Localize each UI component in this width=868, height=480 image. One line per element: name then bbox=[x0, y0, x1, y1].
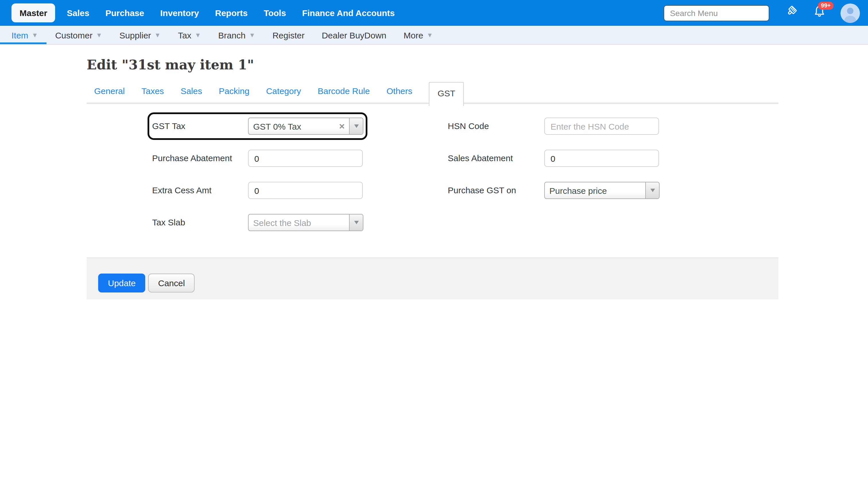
subnav-item-label: Register bbox=[272, 30, 305, 40]
topnav-item-sales[interactable]: Sales bbox=[59, 0, 97, 26]
purchase-gst-on-label: Purchase GST on bbox=[448, 182, 516, 199]
tab-sales[interactable]: Sales bbox=[181, 81, 202, 103]
purchase-gst-on-selected-value: Purchase price bbox=[545, 185, 645, 195]
purchase-gst-on-dropdown-arrow[interactable] bbox=[645, 182, 659, 198]
chevron-down-icon bbox=[354, 125, 359, 128]
gst-tax-dropdown-arrow[interactable] bbox=[349, 118, 363, 134]
sales-abatement-input[interactable] bbox=[544, 150, 659, 167]
subnav-item-label: Item bbox=[11, 30, 28, 40]
tax-slab-select[interactable]: Select the Slab bbox=[248, 214, 363, 231]
hsn-code-label: HSN Code bbox=[448, 117, 489, 135]
chevron-down-icon: ▼ bbox=[427, 32, 433, 38]
subnav-item-label: Customer bbox=[55, 30, 92, 40]
tab-gst-active[interactable]: GST bbox=[429, 82, 464, 106]
form-action-bar: Update Cancel bbox=[87, 258, 778, 299]
subnav-item-more[interactable]: More ▼ bbox=[395, 26, 441, 44]
chevron-down-icon: ▼ bbox=[249, 32, 255, 38]
page-title: Edit "31st may item 1" bbox=[87, 57, 778, 72]
topnav-item-purchase[interactable]: Purchase bbox=[97, 0, 152, 26]
tax-slab-dropdown-arrow[interactable] bbox=[349, 214, 363, 231]
topnav-item-tools[interactable]: Tools bbox=[256, 0, 294, 26]
clear-selection-icon[interactable]: ✕ bbox=[335, 122, 349, 131]
main-content: Edit "31st may item 1" General Taxes Sal… bbox=[87, 57, 778, 299]
tab-taxes[interactable]: Taxes bbox=[142, 81, 164, 103]
notifications-button[interactable]: 99+ bbox=[812, 5, 827, 20]
notification-count-badge: 99+ bbox=[818, 1, 834, 9]
subnav-item-dealer-buydown[interactable]: Dealer BuyDown bbox=[313, 26, 395, 44]
form-row-abatements: Purchase Abatement Sales Abatement bbox=[87, 150, 778, 167]
subnav-item-label: More bbox=[404, 30, 423, 40]
sub-navbar: Item ▼ Customer ▼ Supplier ▼ Tax ▼ Branc… bbox=[0, 26, 868, 45]
topnav-item-finance-and-accounts[interactable]: Finance And Accounts bbox=[294, 0, 403, 26]
subnav-item-customer[interactable]: Customer ▼ bbox=[46, 26, 111, 44]
tab-general[interactable]: General bbox=[94, 81, 125, 103]
search-menu-input[interactable] bbox=[663, 5, 769, 21]
paintbrush-icon bbox=[783, 4, 798, 22]
chevron-down-icon: ▼ bbox=[195, 32, 201, 38]
topnav-right-cluster: 99+ bbox=[663, 3, 860, 23]
purchase-gst-on-select[interactable]: Purchase price bbox=[544, 182, 660, 199]
hsn-code-input[interactable] bbox=[544, 117, 659, 135]
subnav-item-label: Tax bbox=[178, 30, 191, 40]
tax-slab-placeholder: Select the Slab bbox=[249, 218, 349, 228]
chevron-down-icon: ▼ bbox=[96, 32, 102, 38]
tab-packing[interactable]: Packing bbox=[219, 81, 249, 103]
edit-item-tabbar: General Taxes Sales Packing Category Bar… bbox=[87, 81, 778, 104]
tab-barcode-rule[interactable]: Barcode Rule bbox=[318, 81, 370, 103]
gst-tax-label: GST Tax bbox=[152, 117, 185, 135]
extra-cess-amt-label: Extra Cess Amt bbox=[152, 182, 212, 199]
purchase-abatement-input[interactable] bbox=[248, 150, 363, 167]
subnav-item-label: Dealer BuyDown bbox=[322, 30, 386, 40]
gst-form: GST Tax GST 0% Tax ✕ HSN Code Purchase A… bbox=[87, 117, 778, 231]
tax-slab-label: Tax Slab bbox=[152, 214, 185, 231]
chevron-down-icon: ▼ bbox=[154, 32, 161, 38]
purchase-abatement-label: Purchase Abatement bbox=[152, 150, 232, 167]
form-row-cess-gst-on: Extra Cess Amt Purchase GST on Purchase … bbox=[87, 182, 778, 199]
chevron-down-icon bbox=[650, 189, 655, 192]
subnav-item-tax[interactable]: Tax ▼ bbox=[169, 26, 210, 44]
update-button[interactable]: Update bbox=[98, 274, 146, 293]
form-row-tax-slab: Tax Slab Select the Slab bbox=[87, 214, 778, 231]
tab-others[interactable]: Others bbox=[386, 81, 412, 103]
app-window: Master Sales Purchase Inventory Reports … bbox=[0, 0, 868, 480]
subnav-item-label: Branch bbox=[218, 30, 245, 40]
extra-cess-amt-input[interactable] bbox=[248, 182, 363, 199]
top-navbar: Master Sales Purchase Inventory Reports … bbox=[0, 0, 868, 26]
subnav-item-branch[interactable]: Branch ▼ bbox=[210, 26, 264, 44]
topnav-item-master[interactable]: Master bbox=[11, 3, 55, 22]
gst-tax-select[interactable]: GST 0% Tax ✕ bbox=[248, 117, 363, 135]
chevron-down-icon bbox=[354, 221, 359, 224]
sales-abatement-label: Sales Abatement bbox=[448, 150, 513, 167]
cancel-button[interactable]: Cancel bbox=[148, 274, 195, 293]
subnav-item-label: Supplier bbox=[119, 30, 151, 40]
chevron-down-icon: ▼ bbox=[32, 32, 38, 38]
subnav-item-item[interactable]: Item ▼ bbox=[0, 26, 46, 44]
subnav-item-register[interactable]: Register bbox=[264, 26, 313, 44]
tab-category[interactable]: Category bbox=[266, 81, 301, 103]
topnav-item-reports[interactable]: Reports bbox=[207, 0, 255, 26]
topnav-item-inventory[interactable]: Inventory bbox=[152, 0, 207, 26]
subnav-item-supplier[interactable]: Supplier ▼ bbox=[111, 26, 169, 44]
theme-paintbrush-button[interactable] bbox=[783, 5, 798, 20]
user-avatar[interactable] bbox=[840, 3, 860, 23]
gst-tax-selected-value: GST 0% Tax bbox=[249, 121, 335, 131]
form-row-gst-tax-hsn: GST Tax GST 0% Tax ✕ HSN Code bbox=[87, 117, 778, 135]
